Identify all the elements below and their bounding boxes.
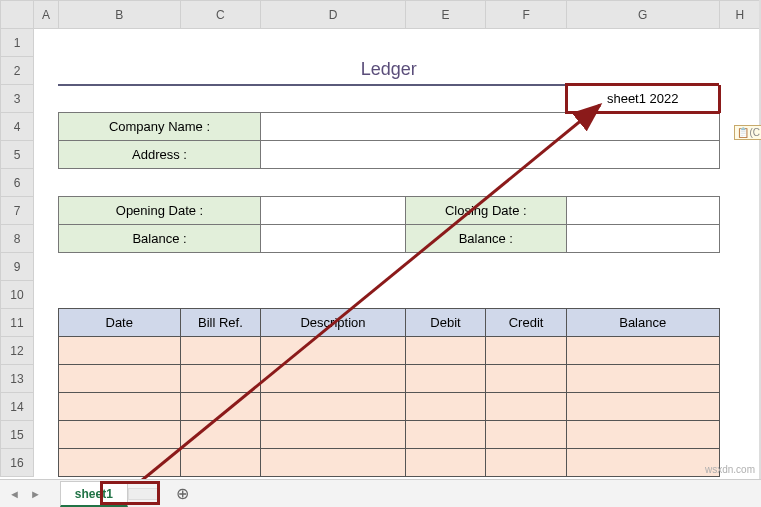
cell-A7[interactable] xyxy=(34,197,59,225)
table-row[interactable] xyxy=(486,393,567,421)
table-row[interactable] xyxy=(566,393,719,421)
paste-options-icon[interactable]: 📋(C xyxy=(734,125,761,140)
th-billref[interactable]: Bill Ref. xyxy=(180,309,261,337)
cell-A16[interactable] xyxy=(34,449,59,477)
table-row[interactable] xyxy=(405,337,486,365)
cell-H2[interactable] xyxy=(719,57,760,85)
cell-H15[interactable] xyxy=(719,421,760,449)
tab-secondary[interactable] xyxy=(128,488,158,500)
cell-A12[interactable] xyxy=(34,337,59,365)
ledger-title[interactable]: Ledger xyxy=(58,57,719,85)
cell-A5[interactable] xyxy=(34,141,59,169)
row-header-7[interactable]: 7 xyxy=(1,197,34,225)
th-balance[interactable]: Balance xyxy=(566,309,719,337)
col-header-C[interactable]: C xyxy=(180,1,261,29)
row-header-1[interactable]: 1 xyxy=(1,29,34,57)
cell-A15[interactable] xyxy=(34,421,59,449)
row-header-16[interactable]: 16 xyxy=(1,449,34,477)
opening-date-label[interactable]: Opening Date : xyxy=(58,197,260,225)
table-row[interactable] xyxy=(58,449,180,477)
table-row[interactable] xyxy=(180,393,261,421)
table-row[interactable] xyxy=(180,421,261,449)
cell-H14[interactable] xyxy=(719,393,760,421)
tab-prev-icon[interactable]: ◄ xyxy=(6,488,23,500)
cell-A11[interactable] xyxy=(34,309,59,337)
cell-B1[interactable] xyxy=(58,29,719,57)
closing-date-label[interactable]: Closing Date : xyxy=(405,197,566,225)
spreadsheet-grid[interactable]: A B C D E F G H 1 2 Ledger 3 sheet1 2022… xyxy=(0,0,761,479)
col-header-G[interactable]: G xyxy=(566,1,719,29)
table-row[interactable] xyxy=(566,421,719,449)
closing-balance-value[interactable] xyxy=(566,225,719,253)
row-header-2[interactable]: 2 xyxy=(1,57,34,85)
cell-A1[interactable] xyxy=(34,29,59,57)
address-label[interactable]: Address : xyxy=(58,141,260,169)
table-row[interactable] xyxy=(261,393,406,421)
th-description[interactable]: Description xyxy=(261,309,406,337)
table-row[interactable] xyxy=(405,421,486,449)
table-row[interactable] xyxy=(566,337,719,365)
table-row[interactable] xyxy=(566,365,719,393)
row-header-5[interactable]: 5 xyxy=(1,141,34,169)
table-row[interactable] xyxy=(58,365,180,393)
row-header-11[interactable]: 11 xyxy=(1,309,34,337)
table-row[interactable] xyxy=(405,365,486,393)
th-credit[interactable]: Credit xyxy=(486,309,567,337)
table-row[interactable] xyxy=(261,449,406,477)
th-debit[interactable]: Debit xyxy=(405,309,486,337)
cell-H12[interactable] xyxy=(719,337,760,365)
company-name-value[interactable] xyxy=(261,113,719,141)
table-row[interactable] xyxy=(486,365,567,393)
cell-H13[interactable] xyxy=(719,365,760,393)
col-header-F[interactable]: F xyxy=(486,1,567,29)
col-header-E[interactable]: E xyxy=(405,1,486,29)
cell-H1[interactable] xyxy=(719,29,760,57)
row-header-13[interactable]: 13 xyxy=(1,365,34,393)
th-date[interactable]: Date xyxy=(58,309,180,337)
row-header-3[interactable]: 3 xyxy=(1,85,34,113)
opening-date-value[interactable] xyxy=(261,197,406,225)
row-header-9[interactable]: 9 xyxy=(1,253,34,281)
cell-H5[interactable] xyxy=(719,141,760,169)
cell-A3[interactable] xyxy=(34,85,59,113)
corner-cell[interactable] xyxy=(1,1,34,29)
row-10-blank[interactable] xyxy=(34,281,761,309)
table-row[interactable] xyxy=(566,449,719,477)
row-6-blank[interactable] xyxy=(34,169,761,197)
company-name-label[interactable]: Company Name : xyxy=(58,113,260,141)
table-row[interactable] xyxy=(58,337,180,365)
opening-balance-value[interactable] xyxy=(261,225,406,253)
opening-balance-label[interactable]: Balance : xyxy=(58,225,260,253)
tab-sheet1[interactable]: sheet1 xyxy=(60,481,128,507)
cell-B3[interactable] xyxy=(58,85,566,113)
cell-A8[interactable] xyxy=(34,225,59,253)
cell-A14[interactable] xyxy=(34,393,59,421)
row-header-12[interactable]: 12 xyxy=(1,337,34,365)
address-value[interactable] xyxy=(261,141,719,169)
table-row[interactable] xyxy=(261,365,406,393)
table-row[interactable] xyxy=(405,393,486,421)
cell-H3[interactable] xyxy=(719,85,760,113)
row-header-15[interactable]: 15 xyxy=(1,421,34,449)
table-row[interactable] xyxy=(58,421,180,449)
col-header-A[interactable]: A xyxy=(34,1,59,29)
cell-A2[interactable] xyxy=(34,57,59,85)
table-row[interactable] xyxy=(180,449,261,477)
cell-H11[interactable] xyxy=(719,309,760,337)
table-row[interactable] xyxy=(261,337,406,365)
sheet-year-badge[interactable]: sheet1 2022 xyxy=(566,85,719,113)
col-header-D[interactable]: D xyxy=(261,1,406,29)
table-row[interactable] xyxy=(58,393,180,421)
row-header-8[interactable]: 8 xyxy=(1,225,34,253)
cell-A4[interactable] xyxy=(34,113,59,141)
tab-next-icon[interactable]: ► xyxy=(27,488,44,500)
table-row[interactable] xyxy=(486,421,567,449)
table-row[interactable] xyxy=(180,337,261,365)
row-header-14[interactable]: 14 xyxy=(1,393,34,421)
table-row[interactable] xyxy=(180,365,261,393)
table-row[interactable] xyxy=(486,449,567,477)
cell-H7[interactable] xyxy=(719,197,760,225)
col-header-B[interactable]: B xyxy=(58,1,180,29)
closing-balance-label[interactable]: Balance : xyxy=(405,225,566,253)
row-header-4[interactable]: 4 xyxy=(1,113,34,141)
